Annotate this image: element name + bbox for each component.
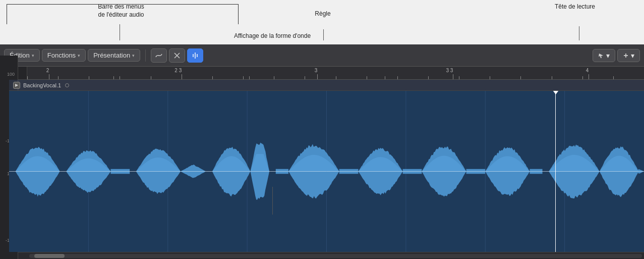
plus-tool-chevron-icon: ▾ bbox=[631, 51, 634, 60]
fonctions-chevron-icon: ▾ bbox=[78, 53, 80, 58]
audio-editor-toolbar: Édition ▾ Fonctions ▾ Présentation ▾ bbox=[0, 44, 644, 67]
track-name: BackingVocal.1 bbox=[23, 82, 61, 88]
ruler-row: 22 333 34 bbox=[0, 67, 644, 80]
track-row: 100 0 -100 100 0 -100 ▶ BackingVocal.1 bbox=[0, 80, 644, 252]
track-circle-icon bbox=[65, 83, 69, 87]
regle-annotation: Règle bbox=[303, 10, 343, 18]
fonctions-menu[interactable]: Fonctions ▾ bbox=[42, 49, 86, 62]
regle-title: Règle bbox=[315, 10, 330, 17]
snap-tool-button[interactable] bbox=[187, 48, 203, 63]
editor-content: 22 333 34 100 0 -100 100 0 bbox=[0, 67, 644, 259]
arrow-tool-chevron-icon: ▾ bbox=[606, 51, 610, 60]
track-content: ▶ BackingVocal.1 bbox=[9, 80, 644, 252]
arrow-tool-combo[interactable]: ▾ bbox=[593, 49, 615, 62]
plus-tool-combo[interactable]: ▾ bbox=[617, 49, 640, 62]
curve-icon bbox=[155, 52, 162, 59]
tete-line bbox=[579, 26, 579, 40]
waveform-area bbox=[9, 91, 644, 252]
crosshair-tool-button[interactable] bbox=[169, 48, 185, 63]
edition-chevron-icon: ▾ bbox=[32, 53, 34, 58]
toolbar-right: ▾ ▾ bbox=[593, 49, 640, 62]
toolbar-sep-1 bbox=[145, 49, 146, 62]
presentation-chevron-icon: ▾ bbox=[132, 53, 135, 58]
fonctions-label: Fonctions bbox=[47, 51, 76, 59]
scrollbar-track bbox=[29, 254, 642, 258]
barre-subtitle: de l'éditeur audio bbox=[98, 11, 144, 18]
presentation-menu[interactable]: Présentation ▾ bbox=[88, 49, 140, 62]
curve-tool-button[interactable] bbox=[151, 48, 167, 63]
tete-annotation: Tête de lecture bbox=[545, 3, 605, 11]
presentation-label: Présentation bbox=[93, 51, 130, 59]
ruler-content: 22 333 34 bbox=[27, 67, 644, 79]
waveform-canvas bbox=[9, 91, 644, 252]
forme-annotation: Affichage de la forme d'onde bbox=[217, 32, 328, 40]
ruler: 22 333 34 bbox=[27, 67, 644, 80]
tete-title: Tête de lecture bbox=[555, 3, 595, 10]
track-play-button[interactable]: ▶ bbox=[13, 82, 20, 89]
forme-line bbox=[272, 187, 273, 215]
annotation-area: Barre des menus de l'éditeur audio Règle… bbox=[0, 0, 644, 44]
audio-editor: Édition ▾ Fonctions ▾ Présentation ▾ bbox=[0, 44, 644, 259]
arrow-icon bbox=[598, 53, 604, 59]
snap-icon bbox=[192, 52, 199, 59]
track-header: ▶ BackingVocal.1 bbox=[9, 80, 644, 91]
barre-annotation: Barre des menus de l'éditeur audio bbox=[81, 3, 161, 19]
scrollbar-thumb[interactable] bbox=[34, 254, 65, 258]
forme-title: Affichage de la forme d'onde bbox=[234, 32, 311, 39]
scrollbar-area bbox=[0, 252, 644, 259]
barre-title: Barre des menus bbox=[98, 3, 144, 10]
crosshair-icon bbox=[173, 52, 181, 59]
barre-line bbox=[120, 24, 120, 40]
plus-icon bbox=[623, 53, 629, 59]
